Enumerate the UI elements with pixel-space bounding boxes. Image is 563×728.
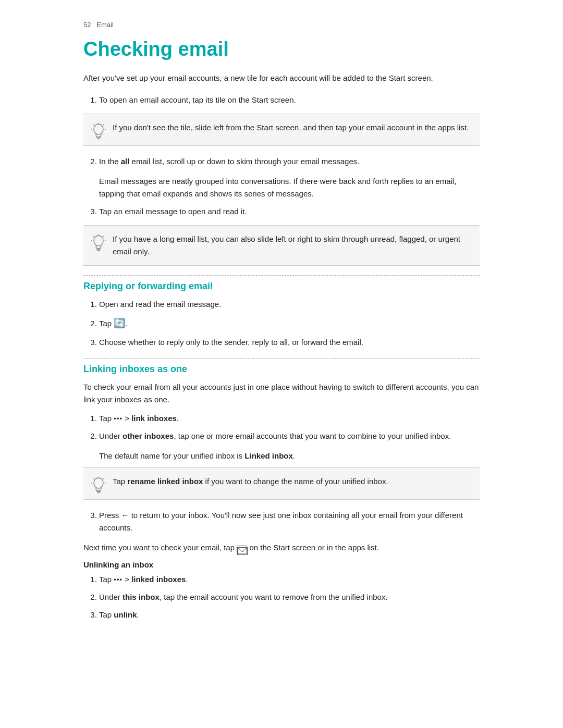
step-main-3: Tap an email message to open and read it… [99, 205, 480, 218]
svg-line-12 [93, 236, 94, 237]
link-step-1: Tap ••• > link inboxes. [99, 412, 480, 425]
step-main-2-subtext: Email messages are neatly grouped into c… [99, 175, 480, 200]
ellipsis-icon-1: ••• [114, 414, 123, 425]
link-step-2-subtext: The default name for your unified inbox … [99, 450, 480, 462]
footer-text: Next time you want to check your email, … [83, 541, 480, 554]
svg-line-20 [93, 478, 94, 479]
svg-point-16 [94, 478, 103, 488]
tip-text-2: If you have a long email list, you can a… [113, 233, 470, 258]
svg-line-13 [103, 236, 104, 237]
tip-box-2: If you have a long email list, you can a… [83, 225, 480, 266]
page-number: 52 Email [83, 21, 480, 29]
reply-step-2: Tap 🔄. [99, 316, 480, 331]
section-heading-linking: Linking inboxes as one [83, 364, 480, 375]
reply-step-3: Choose whether to reply only to the send… [99, 336, 480, 349]
reply-icon: 🔄 [114, 316, 125, 331]
svg-line-5 [103, 125, 104, 126]
lightbulb-icon [91, 122, 106, 138]
unlink-step-2: Under this inbox, tap the email account … [99, 591, 480, 603]
svg-point-8 [94, 236, 103, 246]
svg-line-21 [103, 478, 104, 479]
section-heading-reply: Replying or forwarding email [83, 281, 480, 292]
tip-box-3: Tap rename linked inbox if you want to c… [83, 467, 480, 500]
unlink-step-1: Tap ••• > linked inboxes. [99, 573, 480, 586]
email-icon [237, 546, 247, 553]
step-main-2: In the all email list, scroll up or down… [99, 155, 480, 168]
unlink-step-3: Tap unlink. [99, 609, 480, 621]
section-heading-unlink: Unlinking an inbox [83, 560, 480, 569]
step-main-1: To open an email account, tap its tile o… [99, 94, 480, 106]
tip-text-1: If you don't see the tile, slide left fr… [113, 121, 469, 134]
link-step-2: Under other inboxes, tap one or more ema… [99, 430, 480, 442]
ellipsis-icon-2: ••• [114, 575, 123, 586]
page-title: Checking email [83, 38, 480, 60]
tip-box-1: If you don't see the tile, slide left fr… [83, 114, 480, 146]
intro-text: After you've set up your email accounts,… [83, 72, 480, 84]
linking-intro: To check your email from all your accoun… [83, 381, 480, 406]
link-step-3: Press ← to return to your inbox. You'll … [99, 509, 480, 534]
lightbulb-icon-3 [91, 476, 106, 492]
tip-text-3: Tap rename linked inbox if you want to c… [113, 475, 388, 488]
lightbulb-icon-2 [91, 234, 106, 250]
svg-line-4 [93, 125, 94, 126]
svg-point-0 [94, 124, 103, 134]
section-divider-1 [83, 275, 480, 276]
section-divider-2 [83, 358, 480, 359]
reply-step-1: Open and read the email message. [99, 298, 480, 311]
